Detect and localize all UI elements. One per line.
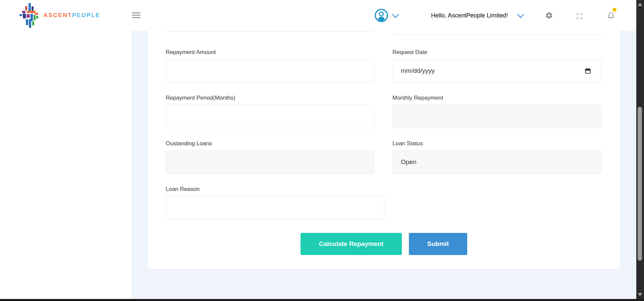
- window-bottom-edge: [0, 299, 644, 301]
- ascentpeople-logo-text: ASCENTPEOPLE: [44, 12, 100, 19]
- fullscreen-icon[interactable]: [576, 13, 583, 19]
- greeting-chevron-down-icon[interactable]: [517, 14, 524, 18]
- calculate-repayment-button[interactable]: Calculate Repayment: [301, 233, 402, 255]
- user-avatar-icon[interactable]: [375, 9, 388, 22]
- oustanding-loans-input: [166, 150, 374, 174]
- notification-badge-dot: [612, 8, 616, 12]
- oustanding-loans-label: Oustanding Loans: [166, 140, 212, 147]
- vertical-scrollbar[interactable]: [636, 0, 644, 301]
- ascentpeople-logo-icon: [19, 3, 38, 28]
- monthly-repayment-input: [392, 105, 601, 128]
- hamburger-menu-icon[interactable]: [132, 12, 141, 18]
- scrollbar-thumb[interactable]: [638, 107, 642, 261]
- request-date-label: Request Date: [392, 49, 427, 56]
- scrollbar-down-arrow-icon[interactable]: [638, 293, 642, 296]
- request-date-input[interactable]: [392, 59, 601, 83]
- app-window: Repayment Amount Request Date Repayment …: [0, 0, 644, 301]
- calendar-icon[interactable]: [585, 68, 591, 74]
- scrollbar-up-arrow-icon[interactable]: [638, 3, 642, 6]
- loan-reason-textarea[interactable]: [166, 196, 384, 219]
- submit-button[interactable]: Submit: [409, 233, 467, 255]
- loan-reason-label: Loan Reason: [166, 186, 200, 193]
- logo-text-ascent: ASCENT: [44, 12, 72, 18]
- loan-request-form-card: [148, 7, 620, 269]
- repayment-period-label: Repayment Period(Months): [166, 95, 235, 101]
- repayment-amount-label: Repayment Amount: [166, 49, 216, 56]
- logo-text-people: PEOPLE: [72, 12, 100, 18]
- monthly-repayment-label: Monthly Repayment: [392, 95, 443, 101]
- avatar-chevron-down-icon[interactable]: [392, 14, 399, 18]
- notification-bell-icon[interactable]: [606, 11, 615, 20]
- sidebar: [0, 31, 131, 299]
- repayment-period-input[interactable]: [166, 105, 374, 128]
- top-header: ASCENTPEOPLE Hello, AscentPeople Limited…: [0, 0, 636, 31]
- loan-status-input: [392, 150, 601, 174]
- settings-gear-icon[interactable]: [545, 11, 553, 19]
- loan-status-label: Loan Status: [392, 140, 423, 147]
- repayment-amount-input[interactable]: [166, 59, 374, 83]
- greeting-text: Hello, AscentPeople Limited!: [431, 12, 508, 19]
